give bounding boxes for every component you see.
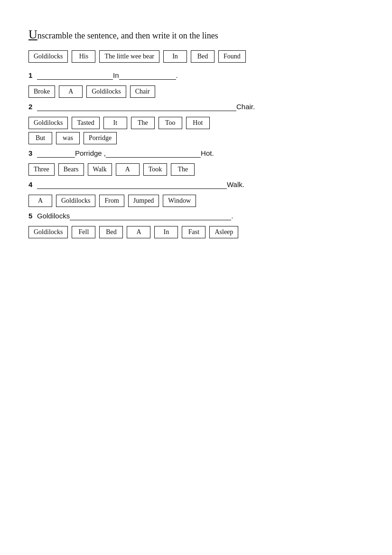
section-5: 5 Goldilocks . GoldilocksFellBedAInFastA… <box>28 212 364 238</box>
word-box: Bed <box>99 226 123 238</box>
word-box: Hot <box>186 117 210 129</box>
sentence-number: 4 <box>28 180 36 188</box>
blank-before <box>37 71 113 80</box>
word-box: Goldilocks <box>28 226 68 238</box>
word-box: Tasted <box>72 117 99 129</box>
word-box: Too <box>159 117 182 129</box>
word-box: A <box>116 163 140 176</box>
blank-before <box>37 149 75 158</box>
sentence-number: 5 <box>28 212 36 220</box>
section-3: 3 Porridge , Hot. ThreeBearsWalkATookThe <box>28 149 364 176</box>
word-box: Jumped <box>128 195 159 207</box>
word-box: A <box>28 195 52 207</box>
sentence-start: Goldilocks <box>37 212 70 220</box>
sentence-mid: Porridge , <box>75 149 106 157</box>
section-2: 2 Chair. GoldilocksTastedItTheTooHotButw… <box>28 103 364 144</box>
top-word-box: Found <box>218 50 246 63</box>
blank-before <box>37 103 236 111</box>
word-box: Porridge <box>84 132 117 144</box>
word-box: Fell <box>72 226 95 238</box>
sentence-end: . <box>231 212 233 220</box>
blank-after <box>119 71 176 80</box>
word-box: Goldilocks <box>56 195 95 207</box>
instruction-text: nscramble the sentence, and then write i… <box>37 31 218 40</box>
sentence-number: 1 <box>28 71 36 79</box>
word-box: The <box>131 117 155 129</box>
word-box: Goldilocks <box>86 85 126 98</box>
word-row-4-0: AGoldilocksFromJumpedWindow <box>28 195 364 207</box>
top-word-box: In <box>163 50 187 63</box>
word-box: Asleep <box>209 226 238 238</box>
word-box: Walk <box>88 163 112 176</box>
word-row-1-0: BrokeAGoldilocksChair <box>28 85 364 98</box>
word-box: Took <box>143 163 168 176</box>
sentence-end: Walk. <box>227 180 244 188</box>
top-word-box: His <box>72 50 95 63</box>
sentence-line-2: 2 Chair. <box>28 103 364 111</box>
blank-after <box>106 149 201 158</box>
sentence-number: 2 <box>28 103 36 111</box>
word-box: A <box>127 226 150 238</box>
sentence-number: 3 <box>28 149 36 157</box>
word-box: Window <box>163 195 196 207</box>
word-box: From <box>99 195 124 207</box>
sentence-end: . <box>176 71 178 79</box>
section-4: 4 Walk. AGoldilocksFromJumpedWindow <box>28 180 364 207</box>
top-word-box: Bed <box>191 50 215 63</box>
word-box: Fast <box>182 226 205 238</box>
word-box: It <box>103 117 127 129</box>
word-box: Chair <box>130 85 155 98</box>
sentence-line-1: 1 In . <box>28 71 364 80</box>
blank-after <box>70 212 231 220</box>
word-row-2-0: GoldilocksTastedItTheTooHot <box>28 117 364 129</box>
word-box: Three <box>28 163 55 176</box>
word-box: In <box>154 226 178 238</box>
sentence-end: Chair. <box>236 103 255 111</box>
word-box: A <box>59 85 83 98</box>
section-1: 1 In . BrokeAGoldilocksChair <box>28 71 364 98</box>
word-box: Goldilocks <box>28 117 68 129</box>
top-word-boxes: GoldilocksHisThe little wee bearInBedFou… <box>28 50 364 63</box>
top-word-box: The little wee bear <box>99 50 159 63</box>
sentence-line-4: 4 Walk. <box>28 180 364 189</box>
sentence-end: Hot. <box>201 149 214 157</box>
blank-before <box>37 180 227 189</box>
word-box: But <box>28 132 52 144</box>
word-row-3-0: ThreeBearsWalkATookThe <box>28 163 364 176</box>
instruction: Unscramble the sentence, and then write … <box>28 28 364 42</box>
word-row-5-0: GoldilocksFellBedAInFastAsleep <box>28 226 364 238</box>
drop-cap: U <box>28 28 37 41</box>
word-box: was <box>56 132 80 144</box>
word-box: The <box>171 163 195 176</box>
word-box: Broke <box>28 85 55 98</box>
word-box: Bears <box>58 163 84 176</box>
word-row-2-1: ButwasPorridge <box>28 132 364 144</box>
sentence-line-3: 3 Porridge , Hot. <box>28 149 364 158</box>
sentence-mid: In <box>113 71 119 79</box>
top-word-box: Goldilocks <box>28 50 68 63</box>
sentence-line-5: 5 Goldilocks . <box>28 212 364 220</box>
